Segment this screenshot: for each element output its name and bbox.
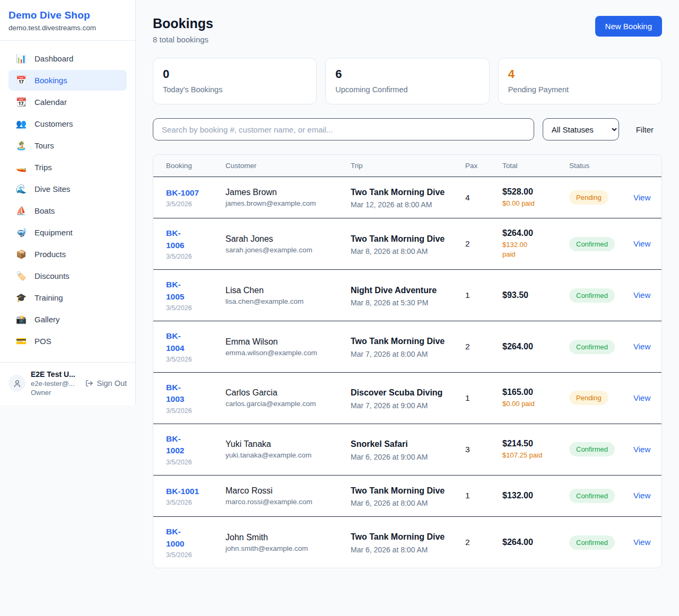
customer-cell: Carlos Garciacarlos.garcia@example.com xyxy=(225,388,351,408)
package-icon: 📦 xyxy=(16,249,27,259)
booking-id-link[interactable]: BK-1006 xyxy=(166,227,193,251)
trip-datetime: Mar 8, 2026 at 5:30 PM xyxy=(351,298,465,307)
paid-amount: $0.00 paid xyxy=(502,399,569,409)
booking-date: 3/5/2026 xyxy=(166,499,225,506)
column-header-trip: Trip xyxy=(351,155,465,177)
status-cell: Confirmed xyxy=(569,489,633,503)
sidebar-item-gallery[interactable]: 📸Gallery xyxy=(8,309,127,330)
sidebar-item-pos[interactable]: 💳POS xyxy=(8,331,127,351)
sidebar-item-dive-sites[interactable]: 🌊Dive Sites xyxy=(8,179,127,199)
trip-cell: Two Tank Morning DiveMar 7, 2026 at 8:00… xyxy=(351,335,465,358)
view-link[interactable]: View xyxy=(633,393,650,402)
view-link[interactable]: View xyxy=(633,445,650,454)
booking-id-link[interactable]: BK-1005 xyxy=(166,279,193,303)
sidebar-nav: 📊Dashboard📅Bookings📆Calendar👥Customers🏝️… xyxy=(0,41,135,358)
customer-email: emma.wilson@example.com xyxy=(225,349,351,357)
sign-out-icon xyxy=(85,379,93,388)
trip-name: Two Tank Morning Dive xyxy=(351,233,449,245)
customer-email: john.smith@example.com xyxy=(225,544,351,552)
shop-domain: demo.test.divestreams.com xyxy=(8,24,127,32)
sidebar-item-tours[interactable]: 🏝️Tours xyxy=(8,135,127,156)
people-icon: 👥 xyxy=(16,119,27,129)
page-header: Bookings 8 total bookings New Booking xyxy=(153,16,662,44)
sidebar-item-label: Tours xyxy=(34,141,54,150)
sidebar-item-customers[interactable]: 👥Customers xyxy=(8,113,127,134)
booking-id-link[interactable]: BK-1002 xyxy=(166,433,193,457)
column-header-customer: Customer xyxy=(225,155,351,177)
stat-label: Upcoming Confirmed xyxy=(335,85,479,94)
sidebar-item-bookings[interactable]: 📅Bookings xyxy=(8,70,127,91)
total-amount: $264.00 xyxy=(502,538,569,547)
pax-count: 2 xyxy=(465,538,502,547)
table-row: BK-10033/5/2026Carlos Garciacarlos.garci… xyxy=(153,373,661,424)
column-header-total: Total xyxy=(502,155,569,177)
pax-count: 1 xyxy=(465,393,502,403)
paid-amount: $132.00 paid xyxy=(502,240,539,259)
search-input[interactable] xyxy=(153,118,534,140)
status-cell: Confirmed xyxy=(569,535,633,550)
view-link[interactable]: View xyxy=(633,239,650,248)
sidebar-item-products[interactable]: 📦Products xyxy=(8,244,127,265)
booking-id-link[interactable]: BK-1001 xyxy=(166,487,199,496)
sidebar-item-boats[interactable]: ⛵Boats xyxy=(8,200,127,221)
trip-datetime: Mar 6, 2026 at 8:00 AM xyxy=(351,545,465,554)
paid-amount: $0.00 paid xyxy=(502,199,569,208)
shop-header: Demo Dive Shop demo.test.divestreams.com xyxy=(0,0,135,41)
column-header-status: Status xyxy=(569,155,633,177)
stat-label: Pending Payment xyxy=(508,85,652,94)
view-link[interactable]: View xyxy=(633,291,650,300)
view-link[interactable]: View xyxy=(633,538,650,547)
sidebar-item-label: Gallery xyxy=(34,315,60,324)
booking-date: 3/5/2026 xyxy=(166,407,225,415)
sidebar-item-label: Customers xyxy=(34,119,73,128)
sidebar-item-label: Calendar xyxy=(34,98,67,107)
user-email: e2e-tester@... xyxy=(31,380,80,388)
booking-id-link[interactable]: BK-1007 xyxy=(166,188,199,197)
table-row: BK-10053/5/2026Lisa Chenlisa.chen@exampl… xyxy=(153,270,661,321)
new-booking-button[interactable]: New Booking xyxy=(595,16,662,37)
sidebar-item-label: Dashboard xyxy=(34,54,73,63)
sidebar-item-equipment[interactable]: 🤿Equipment xyxy=(8,222,127,243)
sign-out-button[interactable]: Sign Out xyxy=(85,379,127,388)
sailboat-icon: ⛵ xyxy=(16,206,27,216)
person-icon xyxy=(13,379,22,388)
status-badge: Confirmed xyxy=(569,489,615,503)
camera-icon: 📸 xyxy=(16,314,27,324)
filter-button[interactable]: Filter xyxy=(628,125,662,134)
main-content: Bookings 8 total bookings New Booking 0T… xyxy=(136,0,679,585)
stat-card-today-s-bookings: 0Today's Bookings xyxy=(153,58,317,104)
trip-name: Discover Scuba Diving xyxy=(351,386,449,399)
total-amount: $214.50 xyxy=(502,439,569,448)
booking-id-link[interactable]: BK-1003 xyxy=(166,382,193,406)
sidebar-item-label: POS xyxy=(34,337,51,346)
status-select[interactable]: All Statuses xyxy=(543,118,619,140)
booking-id-link[interactable]: BK-1000 xyxy=(166,526,193,550)
table-header-row: BookingCustomerTripPaxTotalStatus xyxy=(153,155,661,177)
sidebar-item-training[interactable]: 🎓Training xyxy=(8,287,127,308)
status-badge: Confirmed xyxy=(569,442,615,456)
customer-cell: John Smithjohn.smith@example.com xyxy=(225,533,351,552)
status-badge: Pending xyxy=(569,190,608,205)
view-link[interactable]: View xyxy=(633,342,650,351)
view-link[interactable]: View xyxy=(633,193,650,202)
view-link[interactable]: View xyxy=(633,491,650,500)
trip-cell: Discover Scuba DivingMar 7, 2026 at 9:00… xyxy=(351,386,465,409)
page-title: Bookings xyxy=(153,16,213,31)
view-cell: View xyxy=(633,342,652,351)
total-cell: $93.50 xyxy=(502,291,569,300)
table-row: BK-10023/5/2026Yuki Tanakayuki.tanaka@ex… xyxy=(153,424,661,476)
user-footer: E2E Test U... e2e-tester@... Owner Sign … xyxy=(0,362,135,405)
customer-cell: Emma Wilsonemma.wilson@example.com xyxy=(225,337,351,357)
total-amount: $264.00 xyxy=(502,228,569,238)
sidebar-item-dashboard[interactable]: 📊Dashboard xyxy=(8,48,127,69)
sidebar-item-calendar[interactable]: 📆Calendar xyxy=(8,92,127,112)
sign-out-label: Sign Out xyxy=(97,379,127,388)
status-badge: Confirmed xyxy=(569,288,615,303)
view-cell: View xyxy=(633,538,652,547)
sidebar-item-label: Bookings xyxy=(34,76,67,85)
sidebar-item-trips[interactable]: 🚤Trips xyxy=(8,157,127,178)
sidebar-item-label: Discounts xyxy=(34,271,69,280)
sidebar-item-discounts[interactable]: 🏷️Discounts xyxy=(8,266,127,286)
booking-id-link[interactable]: BK-1004 xyxy=(166,330,193,354)
customer-cell: Lisa Chenlisa.chen@example.com xyxy=(225,286,351,305)
